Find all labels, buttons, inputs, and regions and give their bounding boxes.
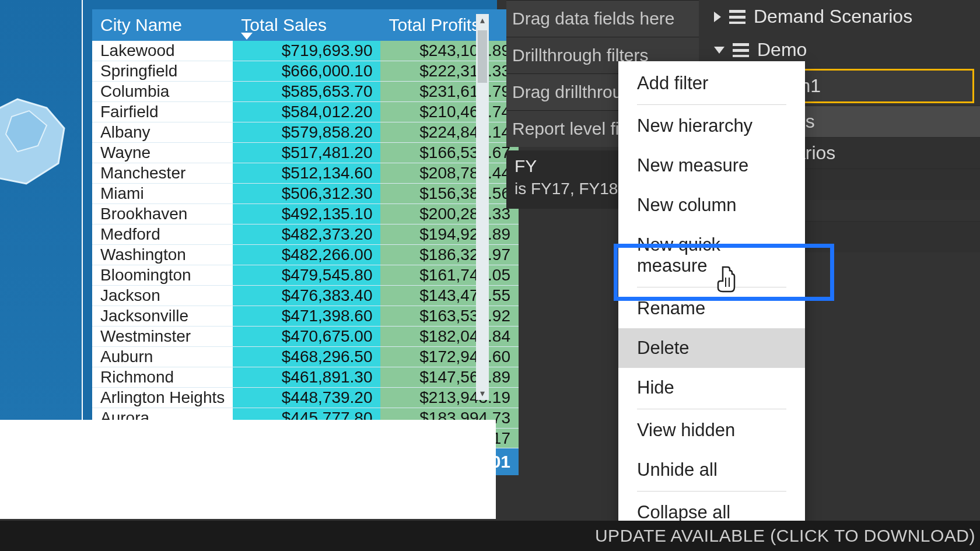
cell-sales: $492,135.10	[233, 204, 380, 224]
cell-city: Westminster	[92, 327, 233, 347]
caret-right-icon	[714, 12, 721, 22]
table-row[interactable]: Springfield$666,000.10$222,318.33	[92, 61, 519, 82]
table-icon	[733, 43, 749, 57]
table-label: Demo	[757, 39, 807, 61]
menu-separator	[637, 409, 786, 409]
cell-profit: $200,289.33	[380, 204, 519, 224]
context-menu: Add filter New hierarchy New measure New…	[618, 61, 805, 551]
cell-city: Springfield	[92, 61, 233, 82]
cell-profit: $166,535.67	[380, 143, 519, 163]
table-row[interactable]: Richmond$461,891.30$147,565.89	[92, 367, 519, 388]
col-sales[interactable]: Total Sales	[233, 9, 380, 41]
col-profits[interactable]: Total Profits	[380, 9, 519, 41]
cell-city: Brookhaven	[92, 204, 233, 224]
cell-sales: $479,545.80	[233, 265, 380, 286]
menu-new-measure[interactable]: New measure	[618, 146, 805, 185]
table-row[interactable]: Wayne$517,481.20$166,535.67	[92, 143, 519, 163]
table-row[interactable]: Medford$482,373.20$194,921.89	[92, 224, 519, 245]
cell-city: Arlington Heights	[92, 388, 233, 408]
menu-new-hierarchy[interactable]: New hierarchy	[618, 106, 805, 146]
table-row[interactable]: Columbia$585,653.70$231,617.79	[92, 82, 519, 102]
cell-profit: $156,382.56	[380, 184, 519, 204]
cell-city: Fairfield	[92, 102, 233, 122]
menu-separator	[637, 104, 786, 105]
menu-new-quick-measure[interactable]: New quick measure	[618, 225, 805, 286]
table-scrollbar[interactable]: ▴ ▾	[476, 14, 489, 400]
cell-sales: $482,373.20	[233, 224, 380, 245]
cell-profit: $194,921.89	[380, 224, 519, 245]
cell-profit: $222,318.33	[380, 61, 519, 82]
table-row[interactable]: Bloomington$479,545.80$161,747.05	[92, 265, 519, 286]
cell-sales: $666,000.10	[233, 61, 380, 82]
cell-profit: $210,460.74	[380, 102, 519, 122]
menu-view-hidden[interactable]: View hidden	[618, 410, 805, 450]
cell-sales: $579,858.20	[233, 122, 380, 143]
update-bar[interactable]: UPDATE AVAILABLE (CLICK TO DOWNLOAD)	[0, 521, 980, 551]
cell-city: Albany	[92, 122, 233, 143]
cell-city: Auburn	[92, 347, 233, 367]
cell-sales: $512,134.60	[233, 163, 380, 184]
drag-fields-well[interactable]: Drag data fields here	[506, 0, 699, 37]
table-row[interactable]: Brookhaven$492,135.10$200,289.33	[92, 204, 519, 224]
map-visual[interactable]	[0, 0, 82, 420]
table-row[interactable]: Fairfield$584,012.20$210,460.74	[92, 102, 519, 122]
cell-city: Richmond	[92, 367, 233, 388]
cell-city: Jacksonville	[92, 306, 233, 327]
cell-profit: $163,530.92	[380, 306, 519, 327]
cell-sales: $476,383.40	[233, 286, 380, 306]
cell-sales: $506,312.30	[233, 184, 380, 204]
menu-rename[interactable]: Rename	[618, 289, 805, 328]
caret-down-icon	[714, 47, 724, 54]
canvas-gap	[0, 420, 496, 519]
cell-profit: $147,565.89	[380, 367, 519, 388]
menu-delete[interactable]: Delete	[618, 328, 805, 368]
cell-sales: $585,653.70	[233, 82, 380, 102]
table-row[interactable]: Manchester$512,134.60$208,780.44	[92, 163, 519, 184]
cell-profit: $231,617.79	[380, 82, 519, 102]
scroll-down-icon[interactable]: ▾	[476, 387, 489, 400]
cell-city: Bloomington	[92, 265, 233, 286]
cell-profit: $172,940.60	[380, 347, 519, 367]
cell-profit: $213,943.19	[380, 388, 519, 408]
cell-city: Wayne	[92, 143, 233, 163]
cell-sales: $461,891.30	[233, 367, 380, 388]
menu-unhide-all[interactable]: Unhide all	[618, 450, 805, 490]
cell-sales: $470,675.00	[233, 327, 380, 347]
menu-add-filter[interactable]: Add filter	[618, 64, 805, 103]
cell-city: Manchester	[92, 163, 233, 184]
cell-sales: $482,266.00	[233, 245, 380, 265]
cell-city: Lakewood	[92, 41, 233, 61]
table-visual[interactable]: City Name Total Sales Total Profits Lake…	[83, 0, 497, 420]
cell-profit: $161,747.05	[380, 265, 519, 286]
table-label: Demand Scenarios	[754, 6, 912, 27]
menu-separator	[637, 491, 786, 492]
table-demand-scenarios[interactable]: Demand Scenarios	[706, 0, 980, 33]
table-icon	[729, 10, 746, 24]
cell-profit: $186,320.97	[380, 245, 519, 265]
cell-sales: $471,398.60	[233, 306, 380, 327]
cell-sales: $448,739.20	[233, 388, 380, 408]
table-row[interactable]: Westminster$470,675.00$182,046.84	[92, 327, 519, 347]
table-row[interactable]: Jacksonville$471,398.60$163,530.92	[92, 306, 519, 327]
cell-profit: $143,476.55	[380, 286, 519, 306]
scroll-thumb[interactable]	[478, 30, 487, 83]
cell-city: Miami	[92, 184, 233, 204]
cell-sales: $517,481.20	[233, 143, 380, 163]
col-city[interactable]: City Name	[92, 9, 233, 41]
cell-profit: $208,780.44	[380, 163, 519, 184]
menu-separator	[637, 287, 786, 287]
table-row[interactable]: Auburn$468,296.50$172,940.60	[92, 347, 519, 367]
table-row[interactable]: Washington$482,266.00$186,320.97	[92, 245, 519, 265]
table-row[interactable]: Jackson$476,383.40$143,476.55	[92, 286, 519, 306]
cell-city: Washington	[92, 245, 233, 265]
table-row[interactable]: Arlington Heights$448,739.20$213,943.19	[92, 388, 519, 408]
table-row[interactable]: Lakewood$719,693.90$243,106.89	[92, 41, 519, 61]
table-row[interactable]: Miami$506,312.30$156,382.56	[92, 184, 519, 204]
table-row[interactable]: Albany$579,858.20$224,840.14	[92, 122, 519, 143]
menu-hide[interactable]: Hide	[618, 368, 805, 408]
cell-profit: $224,840.14	[380, 122, 519, 143]
menu-new-column[interactable]: New column	[618, 185, 805, 225]
scroll-up-icon[interactable]: ▴	[476, 14, 489, 27]
cell-city: Columbia	[92, 82, 233, 102]
cell-city: Jackson	[92, 286, 233, 306]
